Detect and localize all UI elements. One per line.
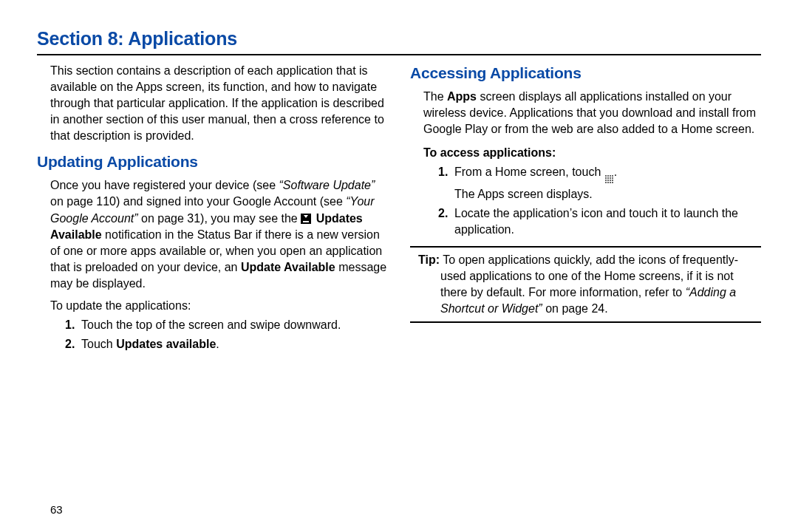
apps-label: Apps	[447, 90, 477, 103]
apps-grid-icon	[605, 175, 613, 183]
tip-block: Tip: To open applications quickly, add t…	[410, 252, 761, 317]
text: on page 31), you may see the	[138, 212, 301, 225]
heading-accessing-applications: Accessing Applications	[410, 63, 761, 84]
updates-available-action: Updates available	[116, 338, 216, 350]
step-text: From a Home screen, touch .	[454, 164, 761, 183]
tip-label: Tip:	[418, 253, 440, 266]
list-item: 2.Touch Updates available.	[65, 336, 388, 352]
tip-rule-bottom	[410, 321, 761, 323]
right-column: Accessing Applications The Apps screen d…	[410, 63, 761, 357]
text: The	[423, 90, 447, 103]
section-rule	[37, 54, 761, 55]
text: Once you have registered your device (se…	[50, 179, 279, 191]
heading-updating-applications: Updating Applications	[37, 151, 388, 173]
step-text: Touch the top of the screen and swipe do…	[81, 318, 341, 331]
text: on page 110) and signed into your Google…	[50, 195, 346, 208]
updating-paragraph: Once you have registered your device (se…	[37, 177, 388, 292]
step-extra-text: The Apps screen displays.	[454, 183, 761, 202]
step-number: 2.	[438, 205, 448, 222]
list-item: 1. From a Home screen, touch . The Apps …	[438, 164, 761, 202]
to-update-label: To update the applications:	[37, 298, 388, 314]
update-steps-list: 1.Touch the top of the screen and swipe …	[37, 317, 388, 352]
tip-body: Tip: To open applications quickly, add t…	[414, 252, 761, 317]
list-item: 1.Touch the top of the screen and swipe …	[65, 317, 388, 333]
list-item: 2.Locate the application’s icon and touc…	[438, 205, 761, 238]
left-column: This section contains a description of e…	[37, 63, 388, 357]
text: on page 24.	[542, 302, 608, 315]
step-text: Touch Updates available.	[81, 338, 219, 350]
step-number: 1.	[65, 317, 75, 333]
intro-paragraph: This section contains a description of e…	[37, 63, 388, 144]
download-icon	[301, 214, 311, 224]
to-access-label: To access applications:	[423, 145, 761, 161]
section-title: Section 8: Applications	[37, 28, 761, 50]
step-text: Locate the application’s icon and touch …	[454, 207, 738, 236]
xref-software-update: “Software Update”	[279, 179, 375, 191]
update-available-label: Update Available	[241, 261, 335, 273]
access-steps-list: 1. From a Home screen, touch . The Apps …	[410, 164, 761, 238]
page: Section 8: Applications This section con…	[0, 0, 798, 532]
step-number: 2.	[65, 336, 75, 352]
tip-rule-top	[410, 246, 761, 248]
page-number: 63	[50, 503, 63, 516]
columns: This section contains a description of e…	[37, 63, 761, 357]
step-number: 1.	[438, 164, 448, 180]
accessing-paragraph: The Apps screen displays all application…	[410, 89, 761, 137]
